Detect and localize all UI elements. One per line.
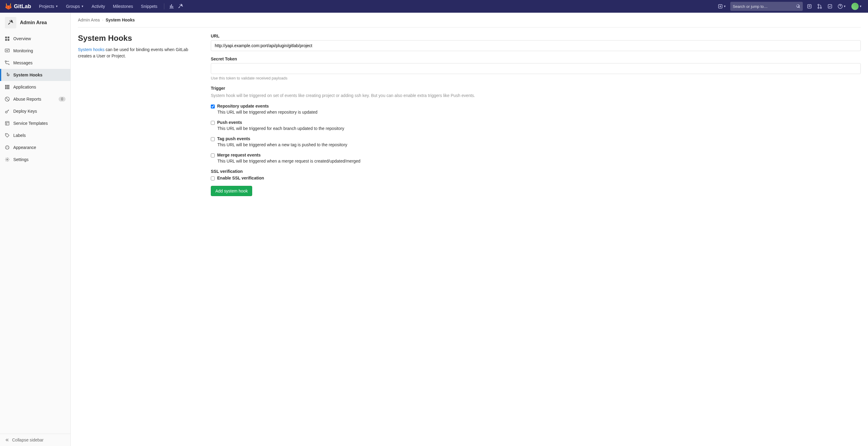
secret-token-help: Use this token to validate received payl… bbox=[211, 76, 861, 80]
ssl-verification-checkbox[interactable] bbox=[211, 176, 215, 180]
trigger-label[interactable]: Tag push events bbox=[217, 136, 250, 141]
sidebar-item-label: Applications bbox=[13, 85, 36, 89]
ssl-verification-label: SSL verification bbox=[211, 169, 861, 174]
svg-point-30 bbox=[6, 147, 7, 147]
nav-milestones[interactable]: Milestones bbox=[110, 2, 136, 10]
nav-issues-icon[interactable] bbox=[806, 3, 813, 10]
trigger-checkbox[interactable] bbox=[211, 105, 215, 109]
trigger-checkbox[interactable] bbox=[211, 137, 215, 141]
svg-point-28 bbox=[6, 134, 7, 135]
trigger-description: This URL will be triggered when reposito… bbox=[217, 110, 861, 115]
monitoring-icon bbox=[5, 48, 10, 53]
nav-help-dropdown[interactable]: ▼ bbox=[837, 3, 847, 10]
trigger-group: Push eventsThis URL will be triggered fo… bbox=[211, 120, 861, 131]
secret-token-label: Secret Token bbox=[211, 57, 861, 61]
trigger-label[interactable]: Merge request events bbox=[217, 153, 261, 157]
svg-rect-20 bbox=[7, 86, 8, 88]
global-search[interactable] bbox=[730, 2, 803, 11]
nav-plus-dropdown[interactable]: ▼ bbox=[717, 3, 727, 10]
sidebar-item-deploy-keys[interactable]: Deploy Keys bbox=[0, 105, 70, 117]
chevron-right-icon: › bbox=[102, 19, 103, 22]
sidebar-item-label: Abuse Reports bbox=[13, 97, 41, 101]
page-description: System hooks can be used for binding eve… bbox=[78, 47, 199, 59]
nav-todos-icon[interactable] bbox=[826, 3, 834, 10]
chevron-down-icon: ▼ bbox=[723, 5, 726, 8]
secret-token-input[interactable] bbox=[211, 63, 861, 74]
svg-rect-27 bbox=[5, 121, 9, 125]
collapse-label: Collapse sidebar bbox=[12, 438, 43, 442]
svg-point-31 bbox=[7, 147, 8, 147]
svg-point-5 bbox=[818, 7, 819, 8]
sidebar-item-label: Messages bbox=[13, 60, 33, 65]
hook-icon bbox=[5, 72, 10, 77]
svg-point-32 bbox=[8, 148, 8, 148]
sidebar-item-label: Labels bbox=[13, 133, 26, 138]
sidebar-item-applications[interactable]: Applications bbox=[0, 81, 70, 93]
trigger-description: This URL will be triggered when a new ta… bbox=[217, 142, 861, 147]
svg-rect-22 bbox=[5, 88, 6, 89]
trigger-group: Repository update eventsThis URL will be… bbox=[211, 103, 861, 115]
svg-point-34 bbox=[7, 159, 8, 160]
sidebar-item-monitoring[interactable]: Monitoring bbox=[0, 45, 70, 57]
sidebar-item-messages[interactable]: Messages bbox=[0, 57, 70, 69]
messages-icon bbox=[5, 60, 10, 65]
chevron-down-icon: ▼ bbox=[843, 5, 846, 8]
trigger-description: This URL will be triggered when a merge … bbox=[217, 159, 861, 163]
sidebar-item-abuse-reports[interactable]: Abuse Reports0 bbox=[0, 93, 70, 105]
svg-rect-16 bbox=[5, 85, 6, 86]
chevron-double-left-icon bbox=[5, 438, 9, 442]
main-content: Admin Area › System Hooks System Hooks S… bbox=[71, 13, 868, 446]
url-input[interactable] bbox=[211, 40, 861, 51]
svg-rect-11 bbox=[5, 39, 7, 41]
trigger-label[interactable]: Repository update events bbox=[217, 103, 269, 109]
nav-activity[interactable]: Activity bbox=[89, 2, 108, 10]
ssl-verification-checkbox-label[interactable]: Enable SSL verification bbox=[217, 176, 264, 180]
chevron-down-icon: ▼ bbox=[81, 5, 84, 8]
url-label: URL bbox=[211, 33, 861, 38]
trigger-checkbox[interactable] bbox=[211, 121, 215, 125]
abuse-icon bbox=[5, 97, 10, 101]
trigger-group: Tag push eventsThis URL will be triggere… bbox=[211, 136, 861, 147]
svg-rect-19 bbox=[5, 86, 6, 88]
svg-point-33 bbox=[6, 148, 7, 148]
chevron-down-icon: ▼ bbox=[859, 5, 862, 8]
key-icon bbox=[5, 109, 10, 114]
collapse-sidebar[interactable]: Collapse sidebar bbox=[0, 434, 70, 446]
gitlab-logo[interactable]: GitLab bbox=[5, 3, 31, 10]
breadcrumb-parent[interactable]: Admin Area bbox=[78, 18, 100, 22]
svg-rect-24 bbox=[8, 88, 9, 89]
svg-rect-17 bbox=[7, 85, 8, 86]
add-system-hook-button[interactable]: Add system hook bbox=[211, 186, 252, 196]
breadcrumb: Admin Area › System Hooks bbox=[78, 18, 861, 28]
nav-snippets[interactable]: Snippets bbox=[138, 2, 160, 10]
settings-icon bbox=[5, 157, 10, 162]
nav-admin-wrench-icon[interactable] bbox=[177, 3, 184, 10]
sidebar-item-appearance[interactable]: Appearance bbox=[0, 141, 70, 153]
nav-groups[interactable]: Groups▼ bbox=[63, 2, 87, 10]
svg-rect-23 bbox=[7, 88, 8, 89]
sidebar-item-service-templates[interactable]: Service Templates bbox=[0, 117, 70, 129]
sidebar-item-system-hooks[interactable]: System Hooks bbox=[0, 69, 70, 81]
trigger-label[interactable]: Push events bbox=[217, 120, 242, 125]
nav-divider bbox=[164, 3, 164, 9]
sidebar-header[interactable]: Admin Area bbox=[0, 13, 70, 33]
svg-rect-3 bbox=[808, 6, 810, 7]
nav-projects[interactable]: Projects▼ bbox=[36, 2, 61, 10]
svg-rect-18 bbox=[8, 85, 9, 86]
trigger-checkbox[interactable] bbox=[211, 153, 215, 157]
sidebar-item-labels[interactable]: Labels bbox=[0, 129, 70, 141]
overview-icon bbox=[5, 36, 10, 41]
user-avatar bbox=[851, 3, 859, 10]
svg-point-14 bbox=[5, 61, 6, 62]
breadcrumb-current: System Hooks bbox=[106, 18, 135, 22]
sidebar-item-settings[interactable]: Settings bbox=[0, 153, 70, 166]
search-input[interactable] bbox=[733, 4, 796, 9]
nav-user-dropdown[interactable]: ▼ bbox=[850, 1, 863, 11]
system-hooks-docs-link[interactable]: System hooks bbox=[78, 47, 104, 52]
template-icon bbox=[5, 121, 10, 126]
trigger-label: Trigger bbox=[211, 86, 861, 91]
nav-merge-requests-icon[interactable] bbox=[816, 3, 823, 10]
nav-graph-icon[interactable] bbox=[168, 3, 175, 10]
sidebar-item-overview[interactable]: Overview bbox=[0, 33, 70, 45]
sidebar-title: Admin Area bbox=[20, 20, 47, 25]
